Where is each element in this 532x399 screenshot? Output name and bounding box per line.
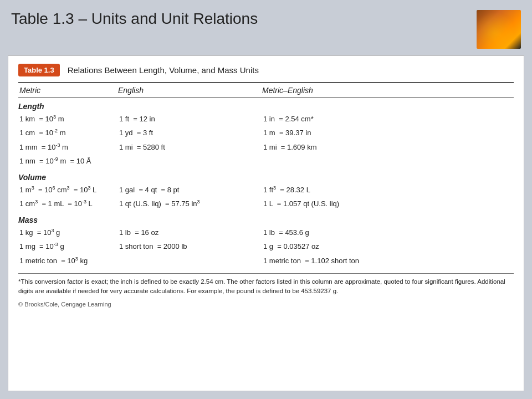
cell-metric_english [262, 155, 514, 168]
col-header-english: English [118, 86, 262, 95]
page-header: Table 1.3 – Units and Unit Relations [0, 0, 532, 55]
cell-metric_english: 1 in = 2.54 cm* [262, 112, 514, 126]
cell-metric_english: 1 ft3 = 28.32 L [262, 183, 514, 197]
table-badge: Table 1.3 [18, 64, 60, 76]
cell-metric: 1 nm = 10-9 m = 10 Å [18, 155, 118, 168]
cell-metric: 1 mg = 10-3 g [18, 240, 118, 253]
cell-metric: 1 cm3 = 1 mL = 10-3 L [18, 197, 118, 211]
cell-metric_english: 1 m = 39.37 in [262, 126, 514, 140]
data-grid: 1 km = 103 m1 ft = 12 in1 in = 2.54 cm*1… [18, 112, 514, 168]
cell-english: 1 gal = 4 qt = 8 pt [118, 183, 262, 197]
data-grid: 1 m3 = 106 cm3 = 103 L1 gal = 4 qt = 8 p… [18, 183, 514, 211]
cell-metric: 1 m3 = 106 cm3 = 103 L [18, 183, 118, 197]
section-title: Mass [18, 216, 514, 224]
section-length: Length1 km = 103 m1 ft = 12 in1 in = 2.5… [18, 102, 514, 168]
col-header-metric: Metric [18, 86, 118, 95]
table-title-row: Table 1.3 Relations Between Length, Volu… [18, 64, 514, 76]
cell-english [118, 254, 262, 268]
footnote-area: *This conversion factor is exact; the in… [18, 273, 514, 308]
section-title: Length [18, 102, 514, 111]
column-headers: Metric English Metric–English [18, 83, 514, 98]
cell-english: 1 ft = 12 in [118, 112, 262, 126]
cell-metric: 1 mm = 10-3 m [18, 141, 118, 154]
cell-metric: 1 cm = 10-2 m [18, 126, 118, 140]
footnote-text: *This conversion factor is exact; the in… [18, 277, 514, 296]
cell-english [118, 155, 262, 168]
page-title: Table 1.3 – Units and Unit Relations [11, 10, 258, 28]
cell-english: 1 short ton = 2000 lb [118, 240, 262, 253]
section-title: Volume [18, 173, 514, 182]
cell-metric_english: 1 g = 0.03527 oz [262, 240, 514, 253]
cell-metric_english: 1 lb = 453.6 g [262, 226, 514, 239]
cell-metric_english: 1 L = 1.057 qt (U.S. liq) [262, 197, 514, 211]
section-volume: Volume1 m3 = 106 cm3 = 103 L1 gal = 4 qt… [18, 173, 514, 211]
cell-english: 1 qt (U.S. liq) = 57.75 in3 [118, 197, 262, 211]
section-mass: Mass1 kg = 103 g1 lb = 16 oz1 lb = 453.6… [18, 216, 514, 268]
cell-metric: 1 kg = 103 g [18, 226, 118, 239]
cell-metric: 1 metric ton = 103 kg [18, 254, 118, 268]
table-description: Relations Between Length, Volume, and Ma… [68, 65, 259, 75]
cell-metric_english: 1 mi = 1.609 km [262, 141, 514, 154]
table-sections: Length1 km = 103 m1 ft = 12 in1 in = 2.5… [18, 102, 514, 268]
cell-metric_english: 1 metric ton = 1.102 short ton [262, 254, 514, 268]
data-grid: 1 kg = 103 g1 lb = 16 oz1 lb = 453.6 g1 … [18, 226, 514, 268]
cell-english: 1 yd = 3 ft [118, 126, 262, 140]
header-image [477, 10, 521, 49]
cell-english: 1 lb = 16 oz [118, 226, 262, 239]
content-area: Table 1.3 Relations Between Length, Volu… [8, 55, 524, 391]
cell-english: 1 mi = 5280 ft [118, 141, 262, 154]
col-header-metric-english: Metric–English [262, 86, 514, 95]
cell-metric: 1 km = 103 m [18, 112, 118, 126]
copyright: © Brooks/Cole, Cengage Learning [18, 301, 514, 308]
